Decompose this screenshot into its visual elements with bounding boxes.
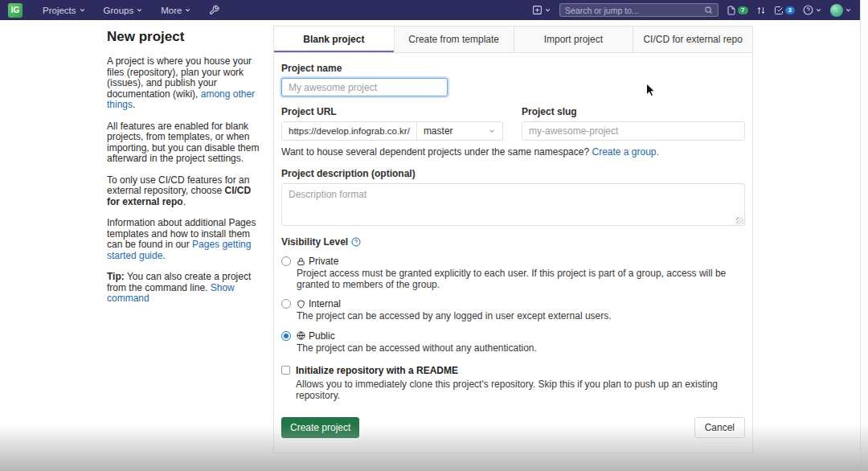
new-project-intro: New project A project is where you house…: [107, 29, 260, 315]
todos-count-badge: 3: [785, 6, 795, 14]
help-circle-icon: [803, 5, 813, 15]
project-slug-label: Project slug: [522, 106, 745, 117]
public-label: Public: [309, 330, 335, 342]
issues-button[interactable]: 7: [727, 6, 747, 15]
wrench-icon: [209, 5, 219, 15]
private-option-body: Private Project access must be granted e…: [297, 256, 745, 290]
tab-import-project[interactable]: Import project: [514, 27, 633, 52]
search-icon: [704, 6, 713, 14]
readme-checkbox[interactable]: [281, 366, 290, 375]
private-option-title[interactable]: Private: [297, 256, 745, 267]
navbar-left: IG Projects Groups More: [8, 3, 227, 18]
scrollbar-track[interactable]: [860, 0, 868, 471]
nav-menu-groups[interactable]: Groups: [96, 6, 151, 15]
new-project-panel: Blank project Create from template Impor…: [273, 26, 753, 453]
issues-icon: [727, 6, 736, 15]
readme-label[interactable]: Initialize repository with a README: [296, 365, 745, 376]
visibility-option-private: Private Project access must be granted e…: [281, 256, 745, 290]
project-url-label: Project URL: [281, 106, 503, 117]
navbar-right: 7 3: [532, 3, 852, 17]
private-radio[interactable]: [281, 256, 291, 266]
namespace-select[interactable]: master: [417, 121, 503, 141]
project-url-prefix: https://develop.infograb.co.kr/: [281, 121, 417, 141]
chevron-down-icon: [79, 6, 86, 14]
merge-requests-button[interactable]: [756, 6, 766, 15]
visibility-option-public: Public The project can be accessed witho…: [281, 330, 745, 354]
intro-paragraph-3: To only use CI/CD features for an extern…: [107, 175, 260, 208]
internal-option-title[interactable]: Internal: [297, 298, 612, 309]
project-name-input[interactable]: [281, 78, 448, 96]
shield-icon: [297, 300, 305, 309]
project-description-label: Project description (optional): [281, 168, 745, 179]
help-menu-button[interactable]: [803, 5, 822, 15]
project-type-tabs: Blank project Create from template Impor…: [273, 26, 753, 53]
chevron-down-icon: [184, 6, 191, 14]
project-url-group: https://develop.infograb.co.kr/ master: [281, 121, 503, 141]
issues-count-badge: 7: [738, 6, 747, 14]
intro-paragraph-1: A project is where you house your files …: [107, 56, 260, 111]
global-search: [559, 3, 719, 17]
new-menu-button[interactable]: [532, 5, 551, 15]
internal-description: The project can be accessed by any logge…: [297, 311, 612, 322]
description-textarea-wrap: [281, 183, 745, 226]
public-option-title[interactable]: Public: [297, 330, 537, 342]
internal-radio[interactable]: [281, 299, 291, 309]
visibility-level-label: Visibility Level: [281, 236, 745, 248]
public-radio[interactable]: [281, 331, 291, 341]
gitlab-logo[interactable]: IG: [8, 3, 23, 18]
page-title: New project: [107, 29, 260, 45]
chevron-down-icon: [488, 127, 496, 135]
intro-paragraph-2: All features are enabled for blank proje…: [107, 121, 260, 165]
nav-menu-projects[interactable]: Projects: [35, 6, 93, 15]
chevron-down-icon: [815, 6, 822, 14]
project-url-column: Project URL https://develop.infograb.co.…: [281, 106, 503, 141]
intro-p3-suffix: .: [183, 196, 186, 207]
create-group-link[interactable]: Create a group.: [592, 146, 658, 158]
project-slug-input[interactable]: [522, 121, 745, 141]
namespace-help-prefix: Want to house several dependent projects…: [281, 146, 592, 158]
internal-label: Internal: [309, 298, 341, 309]
project-description-textarea[interactable]: [281, 183, 745, 226]
create-project-button[interactable]: Create project: [281, 417, 359, 438]
internal-option-body: Internal The project can be accessed by …: [297, 298, 612, 322]
intro-paragraph-4: Information about additional Pages templ…: [107, 218, 260, 261]
intro-p1-suffix: .: [133, 99, 135, 110]
chevron-down-icon: [136, 6, 143, 14]
lock-icon: [297, 257, 305, 266]
private-label: Private: [309, 256, 338, 267]
namespace-value: master: [424, 125, 453, 137]
blank-project-form: Project name Project URL https://develop…: [273, 53, 753, 453]
namespace-help-text: Want to house several dependent projects…: [281, 146, 745, 158]
project-name-label: Project name: [281, 63, 745, 74]
admin-wrench-button[interactable]: [202, 5, 227, 15]
top-navbar: IG Projects Groups More 7: [0, 0, 860, 20]
search-input[interactable]: [565, 6, 704, 15]
visibility-help-icon[interactable]: [351, 237, 361, 247]
intro-p4-suffix: .: [162, 250, 165, 261]
private-description: Project access must be granted explicitl…: [297, 268, 745, 290]
cancel-button[interactable]: Cancel: [694, 417, 745, 438]
tab-cicd-external-repo[interactable]: CI/CD for external repo: [633, 27, 752, 52]
intro-paragraph-5: Tip: You can also create a project from …: [107, 272, 260, 305]
todos-button[interactable]: 3: [774, 6, 795, 15]
nav-menu-groups-label: Groups: [104, 6, 134, 15]
tip-label: Tip:: [107, 271, 125, 282]
project-slug-column: Project slug: [522, 106, 745, 141]
form-footer: Create project Cancel: [281, 417, 745, 438]
textarea-resize-grip[interactable]: [736, 217, 743, 224]
globe-icon: [297, 331, 305, 340]
public-option-body: Public The project can be accessed witho…: [297, 330, 537, 354]
tab-create-from-template[interactable]: Create from template: [394, 27, 514, 52]
user-menu-button[interactable]: [830, 4, 852, 17]
plus-square-icon: [532, 5, 542, 15]
avatar: [830, 4, 843, 17]
readme-section: Initialize repository with a README Allo…: [281, 365, 745, 401]
readme-description: Allows you to immediately clone this pro…: [296, 379, 745, 401]
description-section: Project description (optional): [281, 168, 745, 226]
readme-body: Initialize repository with a README Allo…: [296, 365, 745, 401]
public-description: The project can be accessed without any …: [297, 343, 537, 354]
nav-menu-more[interactable]: More: [154, 6, 199, 15]
visibility-section: Visibility Level Private Project access …: [281, 236, 745, 354]
url-slug-row: Project URL https://develop.infograb.co.…: [281, 106, 745, 141]
tab-blank-project[interactable]: Blank project: [274, 27, 394, 52]
